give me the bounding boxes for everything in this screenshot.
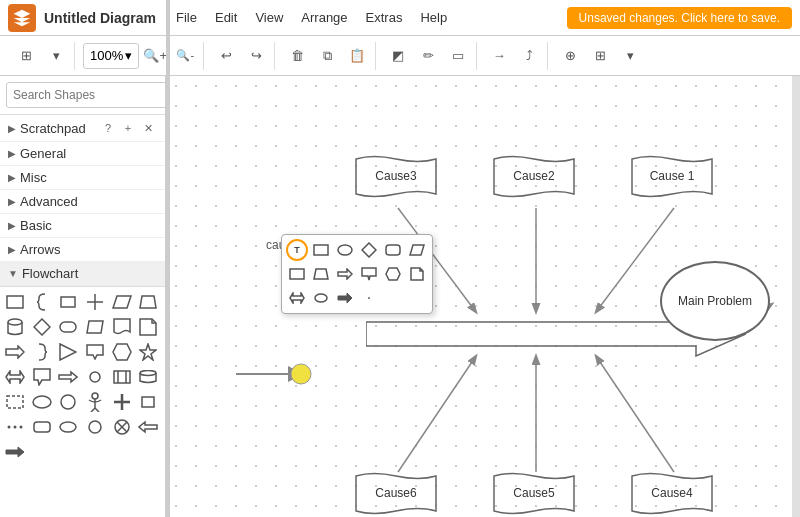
shape-small-rect[interactable] <box>57 291 79 313</box>
sidebar-item-arrows[interactable]: ▶ Arrows <box>0 238 165 262</box>
scratchpad-add-button[interactable]: + <box>119 119 137 137</box>
shape-trapezoid[interactable] <box>137 291 159 313</box>
picker-rect2[interactable] <box>286 263 308 285</box>
zoom-out-button[interactable]: 🔍- <box>171 42 199 70</box>
resize-handle[interactable] <box>166 0 170 517</box>
shape-cylinder[interactable] <box>4 316 26 338</box>
grid-toggle-button[interactable]: ⊞ <box>12 42 40 70</box>
shape-data-store[interactable] <box>137 366 159 388</box>
shape-hexagon[interactable] <box>111 341 133 363</box>
picker-dot[interactable]: · <box>358 287 380 309</box>
cause4-flag[interactable]: Cause4 <box>627 471 717 517</box>
sidebar-item-basic[interactable]: ▶ Basic <box>0 214 165 238</box>
shape-star[interactable] <box>137 341 159 363</box>
sidebar-item-flowchart[interactable]: ▼ Flowchart <box>0 262 165 286</box>
picker-diamond[interactable] <box>358 239 380 261</box>
shape-left-arrow[interactable] <box>137 416 159 438</box>
shape-diamond[interactable] <box>31 316 53 338</box>
picker-double-arrow[interactable] <box>286 287 308 309</box>
shadow-button[interactable]: ▭ <box>444 42 472 70</box>
picker-parallelogram[interactable] <box>406 239 428 261</box>
shape-rounded-rect[interactable] <box>57 316 79 338</box>
picker-text[interactable]: T <box>286 239 308 261</box>
sidebar-item-misc[interactable]: ▶ Misc <box>0 166 165 190</box>
line-button[interactable]: ✏ <box>414 42 442 70</box>
shape-dotted-rect[interactable] <box>4 391 26 413</box>
shape-x-circle[interactable] <box>111 416 133 438</box>
shape-brace-left[interactable] <box>31 291 53 313</box>
vertical-scrollbar[interactable] <box>792 76 800 517</box>
picker-message[interactable] <box>358 263 380 285</box>
menu-view[interactable]: View <box>247 8 291 27</box>
shape-rect-small[interactable] <box>137 391 159 413</box>
sidebar-item-scratchpad[interactable]: ▶ Scratchpad ? + ✕ <box>0 115 165 142</box>
shape-double-arrow[interactable] <box>4 366 26 388</box>
zoom-select[interactable]: 100% ▾ <box>83 43 139 69</box>
shape-triangle-right[interactable] <box>57 341 79 363</box>
search-input[interactable] <box>6 82 166 108</box>
fill-button[interactable]: ◩ <box>384 42 412 70</box>
shape-parallelogram[interactable] <box>111 291 133 313</box>
shape-dots-line[interactable] <box>4 416 26 438</box>
scratchpad-close-button[interactable]: ✕ <box>139 119 157 137</box>
shape-circle3[interactable] <box>84 416 106 438</box>
table-button[interactable]: ⊞ <box>586 42 614 70</box>
menu-edit[interactable]: Edit <box>207 8 245 27</box>
picker-note[interactable] <box>406 263 428 285</box>
cause1-flag[interactable]: Cause 1 <box>627 154 717 209</box>
picker-hexagon[interactable] <box>382 263 404 285</box>
picker-trapezoid[interactable] <box>310 263 332 285</box>
picker-arrow-right2[interactable] <box>334 263 356 285</box>
shape-process[interactable] <box>111 366 133 388</box>
waypoint-button[interactable]: ⤴ <box>515 42 543 70</box>
menu-extras[interactable]: Extras <box>358 8 411 27</box>
table-dropdown-button[interactable]: ▾ <box>616 42 644 70</box>
redo-button[interactable]: ↪ <box>242 42 270 70</box>
shape-document[interactable] <box>111 316 133 338</box>
shape-rounded-rect2[interactable] <box>31 416 53 438</box>
shape-circle2[interactable] <box>57 391 79 413</box>
paste-button[interactable]: 📋 <box>343 42 371 70</box>
cause3-flag[interactable]: Cause3 <box>351 154 441 209</box>
scratchpad-help-button[interactable]: ? <box>99 119 117 137</box>
unsaved-changes-button[interactable]: Unsaved changes. Click here to save. <box>567 7 792 29</box>
shape-skewed[interactable] <box>84 316 106 338</box>
shape-callout[interactable] <box>31 366 53 388</box>
shape-right-arrow3[interactable] <box>4 441 26 463</box>
menu-arrange[interactable]: Arrange <box>293 8 355 27</box>
diagram-title[interactable]: Untitled Diagram <box>44 10 156 26</box>
picker-right-arrow3[interactable] <box>334 287 356 309</box>
shape-brace-right[interactable] <box>31 341 53 363</box>
undo-button[interactable]: ↩ <box>212 42 240 70</box>
canvas-area[interactable]: causes Cause3 Cause2 Cause <box>166 76 800 517</box>
picker-rounded[interactable] <box>382 239 404 261</box>
picker-oval2[interactable] <box>310 287 332 309</box>
shape-message[interactable] <box>84 341 106 363</box>
shape-rectangle[interactable] <box>4 291 26 313</box>
cause2-flag[interactable]: Cause2 <box>489 154 579 209</box>
connector-style-button[interactable]: → <box>485 42 513 70</box>
delete-button[interactable]: 🗑 <box>283 42 311 70</box>
copy-button[interactable]: ⧉ <box>313 42 341 70</box>
menu-help[interactable]: Help <box>412 8 455 27</box>
shape-arrow-right[interactable] <box>4 341 26 363</box>
shape-right-arrow2[interactable] <box>57 366 79 388</box>
sidebar-item-general[interactable]: ▶ General <box>0 142 165 166</box>
grid-dropdown-button[interactable]: ▾ <box>42 42 70 70</box>
shape-ellipse2[interactable] <box>57 416 79 438</box>
shape-actor[interactable] <box>84 391 106 413</box>
menu-file[interactable]: File <box>168 8 205 27</box>
shape-oval[interactable] <box>31 391 53 413</box>
shape-plus[interactable] <box>111 391 133 413</box>
shape-note[interactable] <box>137 316 159 338</box>
cause5-flag[interactable]: Cause5 <box>489 471 579 517</box>
cause6-flag[interactable]: Cause6 <box>351 471 441 517</box>
sidebar-item-advanced[interactable]: ▶ Advanced <box>0 190 165 214</box>
picker-oval[interactable] <box>334 239 356 261</box>
insert-button[interactable]: ⊕ <box>556 42 584 70</box>
main-problem-shape[interactable]: Main Problem <box>660 261 770 341</box>
shape-cross[interactable] <box>84 291 106 313</box>
picker-rect[interactable] <box>310 239 332 261</box>
shape-dot[interactable] <box>84 366 106 388</box>
shape-picker-popup[interactable]: T · <box>281 234 433 314</box>
